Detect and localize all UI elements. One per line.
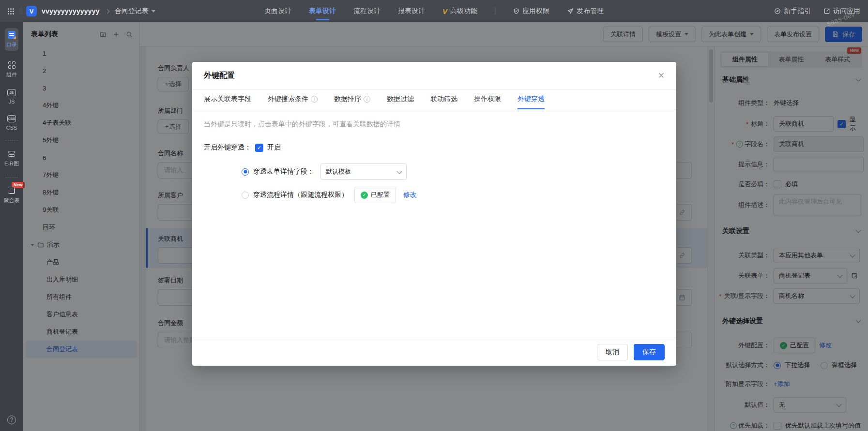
breadcrumb-current[interactable]: 合同登记表: [115, 7, 155, 15]
rail-item-components[interactable]: 组件: [6, 60, 17, 78]
radio-penetrate-form[interactable]: [242, 168, 249, 176]
info-icon: [311, 96, 318, 103]
enable-label: 开启外键穿透：: [204, 143, 251, 152]
tab-page-design[interactable]: 页面设计: [264, 0, 291, 22]
chevron-down-icon: [396, 168, 402, 174]
components-icon: [7, 60, 16, 69]
guide-link[interactable]: 新手指引: [774, 7, 811, 15]
modal-tabs: 展示关联表字段 外键搜索条件 数据排序 数据过滤 联动筛选 操作权限 外键穿透: [192, 89, 676, 109]
cancel-button[interactable]: 取消: [597, 344, 628, 360]
rail-item-css[interactable]: CSS CSS: [6, 114, 17, 131]
shield-icon: [513, 8, 519, 15]
tab-operation-permission[interactable]: 操作权限: [474, 89, 501, 109]
radio-penetrate-flow[interactable]: [242, 192, 249, 199]
tab-app-permission[interactable]: 应用权限: [513, 0, 549, 22]
tab-form-design[interactable]: 表单设计: [309, 0, 336, 22]
penetrate-hint: 当外键是只读时，点击表单中的外键字段，可查看关联数据的详情: [204, 120, 400, 129]
tab-linkage-filter[interactable]: 联动筛选: [430, 89, 457, 109]
rail-item-aggregate-table[interactable]: New 聚合表: [4, 186, 20, 204]
enable-checkbox-label: 开启: [267, 143, 281, 152]
chevron-down-icon: [152, 10, 155, 13]
app-avatar: V: [26, 6, 37, 16]
catalog-icon: [7, 30, 16, 39]
divider: [21, 7, 21, 15]
rail-item-js[interactable]: JS JS: [7, 88, 16, 104]
rail-item-catalog[interactable]: 目录: [5, 28, 18, 51]
tab-data-sort[interactable]: 数据排序: [334, 89, 370, 109]
rail-item-er-diagram[interactable]: E-R图: [4, 149, 19, 167]
apps-grid-icon[interactable]: [8, 8, 14, 15]
app-name[interactable]: vvyyyyyyyyyyyyy: [42, 7, 100, 15]
tab-publish-manage[interactable]: 发布管理: [567, 0, 604, 22]
divider: [495, 7, 495, 15]
er-diagram-icon: [7, 149, 16, 158]
enable-penetrate-row: 开启外键穿透： 开启: [204, 139, 281, 156]
tab-advanced[interactable]: V高级功能: [442, 0, 477, 22]
compass-icon: [774, 8, 781, 15]
modal-save-button[interactable]: 保存: [634, 344, 665, 360]
configured-badge: 已配置: [354, 187, 396, 203]
tab-fk-penetrate[interactable]: 外键穿透: [518, 89, 545, 109]
js-icon: JS: [7, 88, 16, 97]
tab-search-condition[interactable]: 外键搜索条件: [268, 89, 318, 109]
visit-app-link[interactable]: 访问应用: [823, 7, 860, 15]
breadcrumb-separator-icon: [105, 9, 109, 14]
top-navbar: V vvyyyyyyyyyyyyy 合同登记表 页面设计 表单设计 流程设计 报…: [0, 0, 868, 22]
enable-checkbox[interactable]: [255, 144, 263, 152]
fk-config-modal: 外键配置 ✕ 展示关联表字段 外键搜索条件 数据排序 数据过滤 联动筛选 操作权…: [192, 62, 676, 366]
close-icon[interactable]: ✕: [658, 72, 665, 80]
css-icon: CSS: [7, 114, 16, 123]
divider: [5, 177, 18, 178]
external-link-icon: [823, 8, 830, 15]
design-tabs: 页面设计 表单设计 流程设计 报表设计 V高级功能 应用权限 发布管理: [264, 0, 604, 22]
penetrate-form-row: 穿透表单详情字段： 默认模板: [242, 163, 407, 180]
modal-title: 外键配置: [204, 71, 235, 81]
tab-display-fields[interactable]: 展示关联表字段: [204, 89, 251, 109]
tab-report-design[interactable]: 报表设计: [398, 0, 425, 22]
template-select[interactable]: 默认模板: [320, 163, 407, 180]
tab-flow-design[interactable]: 流程设计: [353, 0, 381, 22]
modify-link[interactable]: 修改: [403, 191, 417, 199]
penetrate-flow-row: 穿透流程详情（跟随流程权限） 已配置 修改: [242, 187, 417, 203]
help-button[interactable]: ?: [7, 416, 16, 424]
send-icon: [567, 8, 574, 15]
left-rail: 目录 组件 JS JS CSS CSS E-R图 New 聚合表 ?: [0, 22, 23, 431]
info-icon: [364, 96, 370, 103]
premium-icon: V: [442, 8, 447, 15]
divider: [5, 140, 18, 141]
tab-data-filter[interactable]: 数据过滤: [387, 89, 414, 109]
check-circle-icon: [361, 192, 368, 199]
